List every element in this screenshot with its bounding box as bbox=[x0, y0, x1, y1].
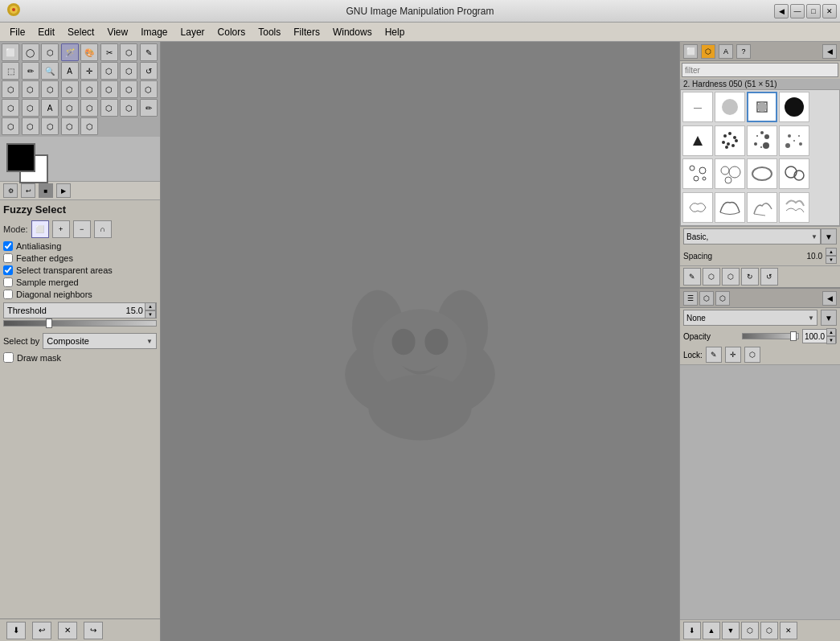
layers-icon[interactable]: ☰ bbox=[683, 291, 698, 306]
brush-thumb-3[interactable] bbox=[747, 92, 777, 122]
menu-edit[interactable]: Edit bbox=[31, 25, 61, 39]
menu-layer[interactable]: Layer bbox=[174, 25, 211, 39]
brush-thumb-15[interactable] bbox=[747, 192, 777, 223]
menu-image[interactable]: Image bbox=[134, 25, 174, 39]
tool-paint[interactable]: ✏ bbox=[22, 62, 39, 80]
tool-scissors[interactable]: ✂ bbox=[100, 43, 118, 61]
tool-clone[interactable]: ⬡ bbox=[80, 80, 98, 98]
threshold-down[interactable]: ▼ bbox=[145, 310, 156, 318]
tool-fuzzy-select[interactable]: 🪄 bbox=[61, 43, 79, 61]
bottom-redo[interactable]: ↪ bbox=[84, 622, 103, 639]
layer-new[interactable]: ⬇ bbox=[683, 622, 701, 639]
patterns-icon[interactable]: A bbox=[719, 44, 733, 59]
mode-add[interactable]: + bbox=[52, 220, 70, 238]
brush-thumb-14[interactable] bbox=[715, 192, 745, 223]
tool-scale[interactable]: ⬡ bbox=[2, 80, 19, 98]
opacity-slider-handle[interactable] bbox=[790, 331, 797, 341]
brush-thumb-9[interactable] bbox=[682, 158, 713, 189]
brushes-tab-icon[interactable]: ⬜ bbox=[683, 44, 698, 59]
preset-dropdown[interactable]: Basic, ▼ bbox=[683, 228, 821, 244]
mode-intersect[interactable]: ∩ bbox=[94, 220, 112, 238]
mode-replace[interactable]: ⬜ bbox=[31, 220, 49, 238]
tool-erase[interactable]: ⬡ bbox=[120, 80, 137, 98]
tool-options-icon3[interactable]: ■ bbox=[39, 183, 53, 198]
menu-file[interactable]: File bbox=[3, 25, 31, 39]
brush-thumb-6[interactable] bbox=[715, 125, 745, 156]
brush-thumb-10[interactable] bbox=[715, 158, 745, 189]
brush-thumb-1[interactable]: — bbox=[682, 92, 713, 122]
layer-delete[interactable]: ✕ bbox=[780, 622, 797, 639]
menu-help[interactable]: Help bbox=[379, 25, 412, 39]
brushes-icon[interactable]: ⬡ bbox=[701, 44, 715, 59]
brush-edit[interactable]: ✎ bbox=[683, 268, 701, 286]
tool-magnify[interactable]: 🔍 bbox=[41, 62, 59, 80]
threshold-up[interactable]: ▲ bbox=[145, 302, 156, 310]
layer-raise[interactable]: ▲ bbox=[703, 622, 720, 639]
tool-text[interactable]: A bbox=[61, 62, 79, 80]
tool-crop[interactable]: ⬡ bbox=[120, 62, 137, 80]
tool-heal[interactable]: ⬡ bbox=[100, 80, 118, 98]
mode-subtract[interactable]: − bbox=[73, 220, 91, 238]
select-by-dropdown[interactable]: Composite ▼ bbox=[43, 333, 157, 349]
tool-foreground-select[interactable]: ⬡ bbox=[120, 43, 137, 61]
menu-colors[interactable]: Colors bbox=[211, 25, 252, 39]
gradients-icon[interactable]: ? bbox=[736, 44, 751, 59]
tool-gradient[interactable]: ⬡ bbox=[80, 99, 98, 117]
sample-merged-checkbox[interactable] bbox=[3, 277, 13, 287]
brush-filter-input[interactable] bbox=[682, 63, 838, 77]
tool-eraser[interactable]: ⬡ bbox=[2, 117, 19, 135]
tool-shear[interactable]: ⬡ bbox=[22, 80, 39, 98]
menu-select[interactable]: Select bbox=[61, 25, 100, 39]
tool-flip[interactable]: ⬡ bbox=[61, 80, 79, 98]
brush-thumb-4[interactable] bbox=[779, 92, 809, 122]
diagonal-neighbors-checkbox[interactable] bbox=[3, 290, 13, 299]
foreground-color[interactable] bbox=[6, 143, 35, 172]
brush-duplicate[interactable]: ⬡ bbox=[703, 268, 720, 286]
lock-alpha[interactable]: ⬡ bbox=[744, 347, 760, 363]
layer-duplicate[interactable]: ⬡ bbox=[741, 622, 759, 639]
tool-free-select[interactable]: ⬡ bbox=[41, 43, 59, 61]
tool-airbrush[interactable]: ⬡ bbox=[120, 99, 137, 117]
panel-collapse[interactable]: ◀ bbox=[822, 44, 837, 59]
brush-thumb-12[interactable] bbox=[779, 158, 809, 189]
select-transparent-checkbox[interactable] bbox=[3, 265, 13, 275]
tool-blur[interactable]: ⬡ bbox=[2, 99, 19, 117]
brush-thumb-7[interactable] bbox=[747, 125, 777, 156]
tool-options-icon1[interactable]: ⚙ bbox=[3, 183, 18, 198]
tool-perspective[interactable]: ⬡ bbox=[41, 80, 59, 98]
layer-anchor[interactable]: ⬡ bbox=[760, 622, 778, 639]
feather-edges-checkbox[interactable] bbox=[3, 253, 13, 263]
brush-thumb-2[interactable] bbox=[715, 92, 745, 122]
opacity-up[interactable]: ▲ bbox=[826, 328, 836, 336]
tool-by-color[interactable]: 🎨 bbox=[80, 43, 98, 61]
tool-color-picker[interactable]: ⬡ bbox=[61, 117, 79, 135]
tool-rect-select[interactable]: ⬜ bbox=[2, 43, 19, 61]
draw-mask-checkbox[interactable] bbox=[3, 352, 14, 363]
tool-dodge[interactable]: ⬡ bbox=[22, 99, 39, 117]
menu-tools[interactable]: Tools bbox=[252, 25, 287, 39]
spacing-down[interactable]: ▼ bbox=[826, 256, 837, 264]
lock-pixels[interactable]: ✎ bbox=[706, 347, 722, 363]
paths-icon[interactable]: ⬡ bbox=[715, 291, 730, 306]
tool-rotate[interactable]: ↺ bbox=[140, 62, 158, 80]
bottom-undo[interactable]: ↩ bbox=[32, 622, 51, 639]
tool-smudge[interactable]: ⬡ bbox=[140, 80, 158, 98]
brush-thumb-5[interactable] bbox=[682, 125, 713, 156]
tool-measure[interactable]: ⬡ bbox=[41, 117, 59, 135]
opacity-down[interactable]: ▼ bbox=[826, 336, 836, 344]
brush-delete[interactable]: ⬡ bbox=[722, 268, 740, 286]
maximize-button[interactable]: □ bbox=[806, 4, 821, 18]
channels-icon[interactable]: ⬡ bbox=[699, 291, 714, 306]
layers-collapse[interactable]: ◀ bbox=[822, 291, 837, 306]
back-button[interactable]: ◀ bbox=[774, 4, 789, 18]
menu-view[interactable]: View bbox=[100, 25, 134, 39]
brush-thumb-16[interactable] bbox=[779, 192, 809, 223]
spacing-up[interactable]: ▲ bbox=[826, 248, 837, 256]
canvas-area[interactable] bbox=[161, 42, 679, 641]
brush-thumb-11[interactable] bbox=[747, 158, 777, 189]
threshold-slider-handle[interactable] bbox=[46, 318, 52, 328]
layer-lower[interactable]: ▼ bbox=[722, 622, 740, 639]
tool-options-icon2[interactable]: ↩ bbox=[21, 183, 35, 198]
menu-windows[interactable]: Windows bbox=[326, 25, 379, 39]
tool-options-icon4[interactable]: ▶ bbox=[56, 183, 71, 198]
